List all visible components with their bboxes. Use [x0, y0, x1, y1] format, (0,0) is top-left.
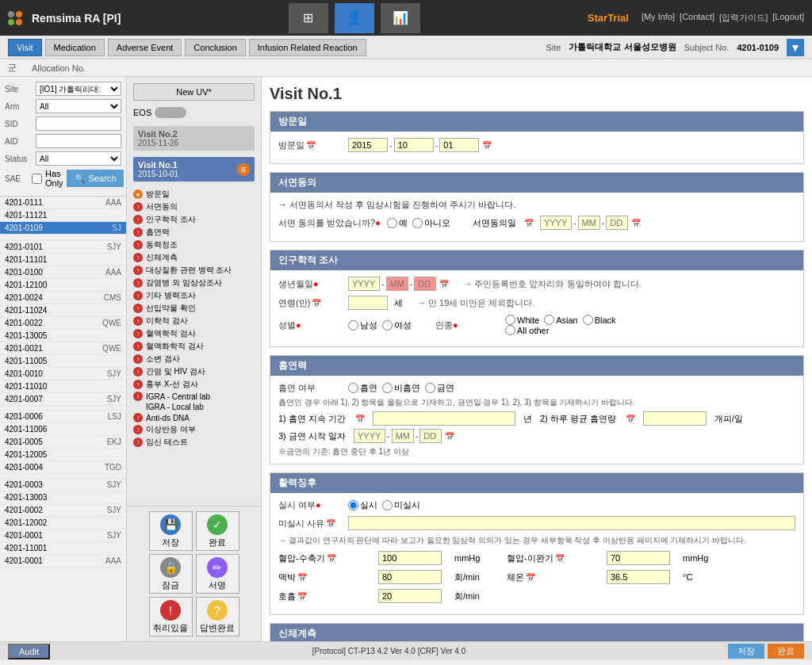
bp-sys-cal[interactable]: 📅	[327, 554, 336, 563]
nav-icon-btn[interactable]: ⊞	[289, 3, 328, 33]
list-item[interactable]: 4201-0100 AAA	[0, 266, 126, 279]
bp-dia-cal[interactable]: 📅	[555, 554, 565, 563]
consent-cal-icon[interactable]: 📅	[524, 219, 534, 227]
status-filter-select[interactable]: All	[36, 151, 121, 166]
smoking-opt3-radio[interactable]	[425, 383, 435, 393]
bangmun-month-input[interactable]	[394, 138, 434, 152]
smoking-quit-month[interactable]	[392, 429, 414, 443]
race-white-label[interactable]: White	[505, 315, 539, 325]
bangmun-year-input[interactable]	[348, 138, 388, 152]
list-item[interactable]: 4201-0101 SJY	[0, 241, 126, 254]
visit-item-inactive[interactable]: Visit No.2 2015-11-26	[133, 126, 255, 151]
smoking-quit-day[interactable]	[419, 429, 442, 443]
nav-item[interactable]: ! 기타 병력조사	[130, 289, 258, 302]
list-item[interactable]: 4201-11010	[0, 380, 126, 393]
smoking-opt2-radio[interactable]	[382, 383, 393, 393]
nav-item[interactable]: ! 감염병 외 임상상조사	[130, 277, 258, 289]
race-white-radio[interactable]	[505, 315, 515, 325]
list-item[interactable]: 4201-12005	[0, 449, 126, 461]
list-item[interactable]: 4201-0005 EKJ	[0, 436, 126, 449]
nav-item[interactable]: ! 선입약물 확인	[130, 302, 258, 315]
vital-yes-label[interactable]: 실시	[348, 499, 377, 511]
nav-item[interactable]: ! IGRA - Central lab	[130, 391, 258, 402]
nav-item[interactable]: ! 흉부 X-선 검사	[130, 378, 258, 391]
site-filter-select[interactable]: [IO1] 가톨릭리대:	[36, 82, 121, 96]
temp-input[interactable]	[607, 570, 670, 584]
bp-dia-input[interactable]	[607, 551, 670, 565]
gender-male-radio[interactable]	[348, 320, 358, 331]
nav-item[interactable]: ! 이상반응 여부	[130, 423, 258, 436]
smoking-dur-input[interactable]	[373, 411, 515, 426]
contact-link[interactable]: [Contact]	[680, 12, 714, 24]
temp-cal[interactable]: 📅	[526, 573, 535, 582]
smoking-opt3-label[interactable]: 금연	[425, 382, 454, 394]
lock-button[interactable]: 🔒 잠금	[149, 554, 193, 594]
list-item[interactable]: 4201-11024	[0, 304, 126, 317]
smoking-dur-cal[interactable]: 📅	[355, 415, 365, 423]
gender-male-label[interactable]: 남성	[348, 319, 377, 331]
search-button[interactable]: 🔍 Search	[67, 170, 124, 187]
birth-month-input[interactable]	[386, 277, 408, 291]
nav-item[interactable]: ! 혈액화학적 검사	[130, 340, 258, 353]
nav-item[interactable]: ! 간염 및 HIV 검사	[130, 365, 258, 378]
consent-yes-radio[interactable]	[387, 218, 397, 228]
age-input[interactable]	[348, 296, 388, 310]
tab-infusion[interactable]: Infusion Related Reaction	[249, 39, 366, 56]
tab-visit[interactable]: Visit	[8, 39, 42, 56]
nav-item[interactable]: ! 대상질환 관련 병력 조사	[130, 264, 258, 277]
birth-year-input[interactable]	[348, 277, 380, 291]
nav-item[interactable]: ! 혈액학적 검사	[130, 327, 258, 340]
consent-no-radio[interactable]	[412, 218, 423, 228]
list-item[interactable]: 4201-0022 QWE	[0, 317, 126, 330]
consent-no-label[interactable]: 아니오	[412, 217, 450, 229]
list-item[interactable]: 4201-0002 SJY	[0, 504, 126, 517]
pulse-cal[interactable]: 📅	[297, 573, 307, 582]
consent-yes-label[interactable]: 예	[387, 217, 408, 229]
nav-item[interactable]: ! 동력정조	[130, 239, 258, 251]
smoking-opt2-label[interactable]: 비흡연	[382, 382, 420, 394]
consent-cal-btn[interactable]: 📅	[631, 219, 641, 227]
list-item[interactable]: 4201-0021 QWE	[0, 342, 126, 355]
tab-medication[interactable]: Medication	[45, 39, 105, 56]
misil-input[interactable]	[348, 516, 795, 530]
status-complete-button[interactable]: 완료	[768, 644, 804, 659]
race-other-label[interactable]: All other	[505, 325, 549, 335]
tab-adverse-event[interactable]: Adverse Event	[108, 39, 182, 56]
nav-item[interactable]: ! 임신 테스트	[130, 436, 258, 449]
nav-item[interactable]: ! 인구학적 조사	[130, 213, 258, 226]
flag-button[interactable]: ! 취리있을	[149, 597, 193, 636]
nav-item[interactable]: ! 흡연력	[130, 226, 258, 239]
user-icon-btn[interactable]: 👤	[335, 3, 374, 33]
smoking-quit-cal[interactable]: 📅	[445, 432, 454, 441]
visit-item-active[interactable]: Visit No.1 2015-10-01 B	[133, 157, 255, 182]
list-item[interactable]: 4201-11001	[0, 542, 126, 555]
bp-sys-input[interactable]	[378, 551, 442, 565]
list-item[interactable]	[0, 235, 126, 241]
eos-toggle[interactable]	[155, 107, 186, 118]
smoking-avg-cal[interactable]: 📅	[626, 415, 635, 423]
bangmun-cal-icon[interactable]: 📅	[306, 141, 316, 150]
arm-filter-select[interactable]: All	[36, 99, 121, 113]
nav-item[interactable]: ! 신체계측	[130, 251, 258, 264]
my-info-link[interactable]: [My Info]	[642, 12, 675, 24]
vital-yes-radio[interactable]	[348, 500, 358, 510]
bangmun-cal-btn[interactable]: 📅	[482, 141, 492, 150]
race-asian-radio[interactable]	[544, 315, 554, 325]
consent-day-input[interactable]	[606, 216, 628, 230]
smoking-opt1-radio[interactable]	[348, 383, 358, 393]
list-item[interactable]: 4201-0111 AAA	[0, 197, 126, 209]
smoking-avg-input[interactable]	[643, 411, 707, 426]
gender-female-label[interactable]: 여성	[382, 319, 412, 331]
save-button[interactable]: 💾 저장	[149, 511, 193, 551]
answer-button[interactable]: ? 답변완료	[196, 597, 239, 636]
audit-button[interactable]: Audit	[8, 644, 50, 659]
logout-link[interactable]: [Logout]	[772, 12, 804, 24]
consent-month-input[interactable]	[578, 216, 600, 230]
list-item[interactable]: 4201-13005	[0, 330, 126, 342]
list-item[interactable]: 4201-0024 CMS	[0, 292, 126, 304]
smoking-quit-year[interactable]	[354, 429, 385, 443]
status-save-button[interactable]: 저장	[728, 644, 764, 659]
consent-year-input[interactable]	[540, 216, 572, 230]
vital-no-radio[interactable]	[382, 500, 393, 510]
chart-icon-btn[interactable]: 📊	[381, 3, 420, 33]
